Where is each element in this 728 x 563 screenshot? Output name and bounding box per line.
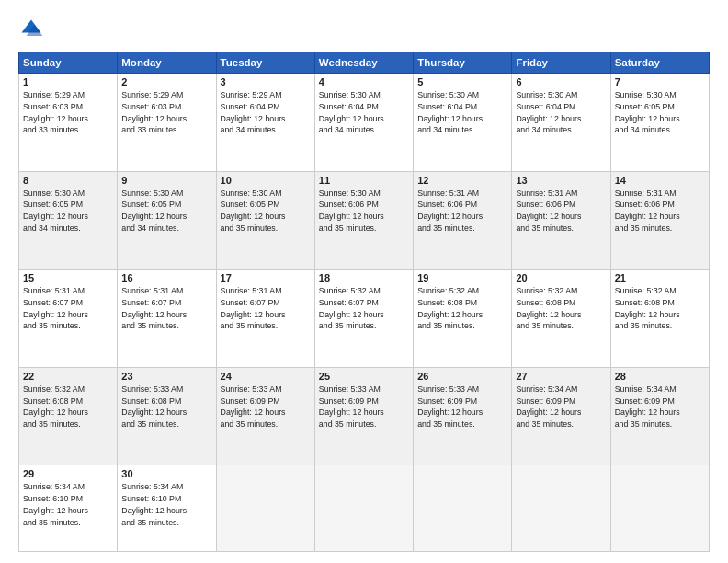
- calendar-cell: 25Sunrise: 5:33 AM Sunset: 6:09 PM Dayli…: [314, 367, 413, 465]
- day-number: 14: [615, 175, 705, 186]
- day-info: Sunrise: 5:30 AM Sunset: 6:05 PM Dayligh…: [615, 89, 705, 136]
- calendar-cell: 26Sunrise: 5:33 AM Sunset: 6:09 PM Dayli…: [414, 367, 512, 465]
- day-number: 17: [221, 272, 311, 283]
- day-number: 29: [23, 468, 113, 479]
- day-number: 15: [23, 272, 113, 283]
- day-info: Sunrise: 5:32 AM Sunset: 6:08 PM Dayligh…: [417, 285, 507, 332]
- day-info: Sunrise: 5:30 AM Sunset: 6:05 PM Dayligh…: [23, 188, 113, 235]
- calendar-week-3: 15Sunrise: 5:31 AM Sunset: 6:07 PM Dayli…: [19, 270, 710, 368]
- calendar-cell: 27Sunrise: 5:34 AM Sunset: 6:09 PM Dayli…: [512, 367, 610, 465]
- day-number: 11: [319, 175, 409, 186]
- day-info: Sunrise: 5:31 AM Sunset: 6:07 PM Dayligh…: [23, 285, 113, 332]
- day-number: 28: [615, 371, 705, 382]
- calendar-cell: 5Sunrise: 5:30 AM Sunset: 6:04 PM Daylig…: [414, 74, 512, 172]
- calendar-week-2: 8Sunrise: 5:30 AM Sunset: 6:05 PM Daylig…: [19, 171, 710, 270]
- day-info: Sunrise: 5:34 AM Sunset: 6:09 PM Dayligh…: [516, 384, 606, 431]
- calendar-week-1: 1Sunrise: 5:29 AM Sunset: 6:03 PM Daylig…: [19, 74, 710, 172]
- calendar-cell: 18Sunrise: 5:32 AM Sunset: 6:07 PM Dayli…: [314, 270, 413, 368]
- calendar-cell: 16Sunrise: 5:31 AM Sunset: 6:07 PM Dayli…: [118, 270, 216, 368]
- calendar-week-5: 29Sunrise: 5:34 AM Sunset: 6:10 PM Dayli…: [19, 465, 710, 552]
- calendar-cell: [512, 465, 610, 552]
- day-info: Sunrise: 5:31 AM Sunset: 6:06 PM Dayligh…: [516, 188, 606, 235]
- day-info: Sunrise: 5:30 AM Sunset: 6:06 PM Dayligh…: [319, 188, 409, 235]
- page: SundayMondayTuesdayWednesdayThursdayFrid…: [0, 0, 728, 563]
- day-info: Sunrise: 5:29 AM Sunset: 6:03 PM Dayligh…: [121, 89, 211, 136]
- calendar-header-row: SundayMondayTuesdayWednesdayThursdayFrid…: [19, 52, 710, 74]
- day-number: 12: [417, 175, 507, 186]
- calendar-cell: 30Sunrise: 5:34 AM Sunset: 6:10 PM Dayli…: [118, 465, 216, 552]
- day-number: 2: [121, 76, 211, 87]
- calendar-cell: 7Sunrise: 5:30 AM Sunset: 6:05 PM Daylig…: [610, 74, 709, 172]
- calendar-table: SundayMondayTuesdayWednesdayThursdayFrid…: [18, 52, 710, 552]
- calendar-cell: 6Sunrise: 5:30 AM Sunset: 6:04 PM Daylig…: [512, 74, 610, 172]
- day-number: 7: [615, 76, 705, 87]
- day-info: Sunrise: 5:32 AM Sunset: 6:07 PM Dayligh…: [319, 285, 409, 332]
- calendar-cell: 10Sunrise: 5:30 AM Sunset: 6:05 PM Dayli…: [216, 171, 314, 270]
- calendar-cell: 17Sunrise: 5:31 AM Sunset: 6:07 PM Dayli…: [216, 270, 314, 368]
- header: [18, 17, 710, 42]
- day-number: 16: [121, 272, 211, 283]
- day-info: Sunrise: 5:33 AM Sunset: 6:08 PM Dayligh…: [121, 384, 211, 431]
- day-number: 3: [221, 76, 311, 87]
- day-info: Sunrise: 5:31 AM Sunset: 6:06 PM Dayligh…: [417, 188, 507, 235]
- calendar-cell: 1Sunrise: 5:29 AM Sunset: 6:03 PM Daylig…: [19, 74, 118, 172]
- day-number: 20: [516, 272, 606, 283]
- day-number: 10: [221, 175, 311, 186]
- calendar-cell: [314, 465, 413, 552]
- calendar-cell: 13Sunrise: 5:31 AM Sunset: 6:06 PM Dayli…: [512, 171, 610, 270]
- day-number: 22: [23, 371, 113, 382]
- day-info: Sunrise: 5:29 AM Sunset: 6:04 PM Dayligh…: [221, 89, 311, 136]
- day-number: 13: [516, 175, 606, 186]
- calendar-cell: 12Sunrise: 5:31 AM Sunset: 6:06 PM Dayli…: [414, 171, 512, 270]
- logo: [18, 17, 48, 42]
- calendar-cell: 29Sunrise: 5:34 AM Sunset: 6:10 PM Dayli…: [19, 465, 118, 552]
- calendar-cell: 15Sunrise: 5:31 AM Sunset: 6:07 PM Dayli…: [19, 270, 118, 368]
- calendar-cell: 28Sunrise: 5:34 AM Sunset: 6:09 PM Dayli…: [610, 367, 709, 465]
- day-number: 4: [319, 76, 409, 87]
- calendar-cell: 22Sunrise: 5:32 AM Sunset: 6:08 PM Dayli…: [19, 367, 118, 465]
- calendar-cell: 23Sunrise: 5:33 AM Sunset: 6:08 PM Dayli…: [118, 367, 216, 465]
- col-header-tuesday: Tuesday: [216, 52, 314, 74]
- day-info: Sunrise: 5:32 AM Sunset: 6:08 PM Dayligh…: [23, 384, 113, 431]
- col-header-friday: Friday: [512, 52, 610, 74]
- day-info: Sunrise: 5:31 AM Sunset: 6:06 PM Dayligh…: [615, 188, 705, 235]
- day-info: Sunrise: 5:33 AM Sunset: 6:09 PM Dayligh…: [417, 384, 507, 431]
- calendar-cell: 20Sunrise: 5:32 AM Sunset: 6:08 PM Dayli…: [512, 270, 610, 368]
- calendar-cell: 4Sunrise: 5:30 AM Sunset: 6:04 PM Daylig…: [314, 74, 413, 172]
- day-number: 26: [417, 371, 507, 382]
- day-number: 23: [121, 371, 211, 382]
- day-number: 27: [516, 371, 606, 382]
- day-number: 9: [121, 175, 211, 186]
- day-number: 18: [319, 272, 409, 283]
- calendar-week-4: 22Sunrise: 5:32 AM Sunset: 6:08 PM Dayli…: [19, 367, 710, 465]
- calendar-cell: 9Sunrise: 5:30 AM Sunset: 6:05 PM Daylig…: [118, 171, 216, 270]
- day-info: Sunrise: 5:33 AM Sunset: 6:09 PM Dayligh…: [319, 384, 409, 431]
- calendar-cell: 24Sunrise: 5:33 AM Sunset: 6:09 PM Dayli…: [216, 367, 314, 465]
- calendar-cell: 3Sunrise: 5:29 AM Sunset: 6:04 PM Daylig…: [216, 74, 314, 172]
- day-info: Sunrise: 5:30 AM Sunset: 6:04 PM Dayligh…: [417, 89, 507, 136]
- calendar-cell: 11Sunrise: 5:30 AM Sunset: 6:06 PM Dayli…: [314, 171, 413, 270]
- col-header-thursday: Thursday: [414, 52, 512, 74]
- calendar-cell: 8Sunrise: 5:30 AM Sunset: 6:05 PM Daylig…: [19, 171, 118, 270]
- logo-icon: [18, 17, 44, 42]
- day-info: Sunrise: 5:34 AM Sunset: 6:09 PM Dayligh…: [615, 384, 705, 431]
- col-header-sunday: Sunday: [19, 52, 118, 74]
- day-number: 6: [516, 76, 606, 87]
- day-info: Sunrise: 5:33 AM Sunset: 6:09 PM Dayligh…: [221, 384, 311, 431]
- day-info: Sunrise: 5:31 AM Sunset: 6:07 PM Dayligh…: [121, 285, 211, 332]
- day-info: Sunrise: 5:34 AM Sunset: 6:10 PM Dayligh…: [121, 481, 211, 528]
- col-header-saturday: Saturday: [610, 52, 709, 74]
- col-header-wednesday: Wednesday: [314, 52, 413, 74]
- day-number: 1: [23, 76, 113, 87]
- calendar-cell: 14Sunrise: 5:31 AM Sunset: 6:06 PM Dayli…: [610, 171, 709, 270]
- day-number: 21: [615, 272, 705, 283]
- calendar-cell: [610, 465, 709, 552]
- calendar-cell: [216, 465, 314, 552]
- day-number: 19: [417, 272, 507, 283]
- calendar-cell: [414, 465, 512, 552]
- day-info: Sunrise: 5:30 AM Sunset: 6:05 PM Dayligh…: [221, 188, 311, 235]
- day-info: Sunrise: 5:29 AM Sunset: 6:03 PM Dayligh…: [23, 89, 113, 136]
- day-info: Sunrise: 5:34 AM Sunset: 6:10 PM Dayligh…: [23, 481, 113, 528]
- calendar-cell: 21Sunrise: 5:32 AM Sunset: 6:08 PM Dayli…: [610, 270, 709, 368]
- day-number: 24: [221, 371, 311, 382]
